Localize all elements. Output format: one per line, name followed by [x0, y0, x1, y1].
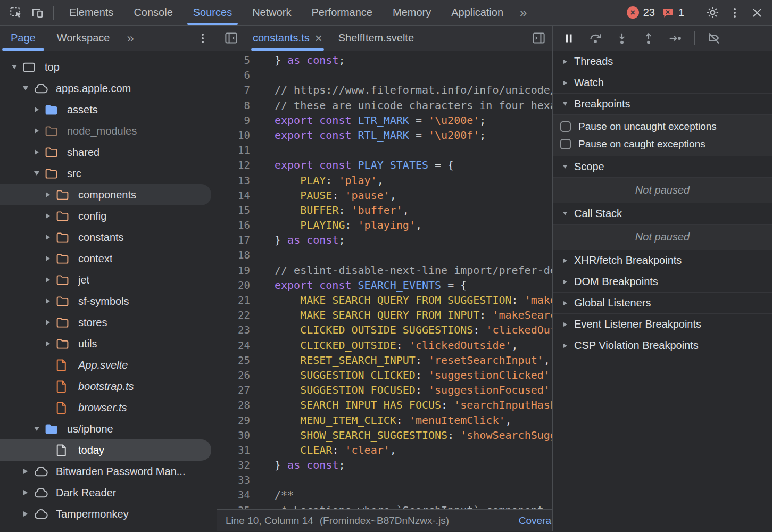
line-number[interactable]: 5	[217, 53, 255, 68]
line-number[interactable]: 27	[217, 383, 255, 397]
chevron-right-icon[interactable]	[42, 320, 54, 325]
tree-item-browser-ts[interactable]: browser.ts	[0, 397, 217, 418]
step-over-icon[interactable]	[588, 31, 603, 46]
section-scope[interactable]: Scope	[553, 156, 772, 178]
section-event-listener-breakpoints[interactable]: Event Listener Breakpoints	[553, 314, 772, 335]
pause-script-icon[interactable]	[561, 31, 576, 46]
tree-item-jet[interactable]: jet	[0, 269, 217, 290]
line-number[interactable]: 28	[217, 397, 255, 412]
main-tab-application[interactable]: Application	[441, 0, 513, 25]
option-pause-on-uncaught-exceptions[interactable]: Pause on uncaught exceptions	[553, 118, 772, 135]
line-number[interactable]: 16	[217, 218, 255, 232]
chevron-right-icon[interactable]	[42, 277, 54, 282]
chevron-down-icon[interactable]	[9, 65, 20, 69]
line-number[interactable]: 8	[217, 98, 255, 113]
navigator-tab-workspace[interactable]: Workspace	[46, 26, 121, 51]
chevron-down-icon[interactable]	[20, 86, 31, 90]
chevron-right-icon[interactable]	[42, 213, 54, 219]
line-number[interactable]: 34	[217, 487, 255, 502]
line-number[interactable]: 14	[217, 188, 255, 203]
code-editor[interactable]: 5} as const;67// https://www.fileformat.…	[217, 51, 552, 509]
chevron-right-icon[interactable]	[42, 298, 54, 304]
line-number[interactable]: 7	[217, 82, 255, 97]
main-tab-performance[interactable]: Performance	[302, 0, 383, 25]
step-icon[interactable]	[668, 31, 683, 46]
chevron-right-icon[interactable]	[20, 490, 31, 495]
close-tab-icon[interactable]: ×	[315, 32, 322, 45]
section-call-stack[interactable]: Call Stack	[553, 203, 772, 225]
line-number[interactable]: 10	[217, 128, 255, 143]
errors-badge[interactable]: × 23	[627, 6, 655, 19]
tree-item-bootstrap-ts[interactable]: bootstrap.ts	[0, 376, 217, 397]
chevron-right-icon[interactable]	[42, 341, 54, 346]
coverage-link[interactable]: Covera	[519, 515, 552, 527]
chevron-right-icon[interactable]	[31, 128, 43, 134]
line-number[interactable]: 22	[217, 307, 255, 322]
main-tab-sources[interactable]: Sources	[183, 0, 242, 25]
line-number[interactable]: 35	[217, 503, 255, 509]
tree-item-utils[interactable]: utils	[0, 333, 217, 354]
tree-item-shared[interactable]: shared	[0, 142, 217, 163]
line-number[interactable]: 29	[217, 413, 255, 428]
main-tab-console[interactable]: Console	[123, 0, 182, 25]
section-breakpoints[interactable]: Breakpoints	[553, 94, 772, 115]
tree-item-top[interactable]: top	[0, 56, 217, 78]
tree-item-app-svelte[interactable]: App.svelte	[0, 354, 217, 376]
tree-item-sf-symbols[interactable]: sf-symbols	[0, 290, 217, 312]
inspect-element-icon[interactable]	[7, 4, 24, 21]
checkbox-unchecked[interactable]	[560, 139, 571, 149]
show-debugger-sidebar-icon[interactable]	[530, 30, 546, 46]
chevron-right-icon[interactable]	[20, 511, 31, 517]
chevron-right-icon[interactable]	[42, 235, 54, 240]
main-tab-network[interactable]: Network	[242, 0, 301, 25]
section-threads[interactable]: Threads	[553, 51, 772, 72]
section-csp-violation-breakpoints[interactable]: CSP Violation Breakpoints	[553, 335, 772, 356]
step-into-icon[interactable]	[615, 31, 629, 46]
line-number[interactable]: 18	[217, 247, 255, 262]
step-out-icon[interactable]	[641, 31, 656, 46]
chevron-right-icon[interactable]	[20, 469, 31, 474]
line-number[interactable]: 15	[217, 203, 255, 218]
navigator-more-options-icon[interactable]	[194, 30, 211, 47]
deactivate-breakpoints-icon[interactable]	[707, 31, 721, 46]
editor-tab-shelfitem-svelte[interactable]: ShelfItem.svelte	[330, 26, 422, 51]
line-number[interactable]: 20	[217, 278, 255, 293]
checkbox-unchecked[interactable]	[560, 121, 571, 132]
section-watch[interactable]: Watch	[553, 72, 772, 94]
line-number[interactable]: 19	[217, 263, 255, 278]
settings-gear-icon[interactable]	[704, 4, 721, 21]
line-number[interactable]: 30	[217, 428, 255, 443]
line-number[interactable]: 25	[217, 353, 255, 368]
line-number[interactable]: 31	[217, 443, 255, 458]
line-number[interactable]: 6	[217, 68, 255, 82]
line-number[interactable]: 12	[217, 157, 255, 172]
line-number[interactable]: 17	[217, 232, 255, 247]
more-options-icon[interactable]	[726, 4, 743, 21]
chevron-down-icon[interactable]	[31, 171, 43, 176]
tree-item-constants[interactable]: constants	[0, 227, 217, 248]
main-tab-elements[interactable]: Elements	[59, 0, 123, 25]
section-global-listeners[interactable]: Global Listeners	[553, 293, 772, 314]
chevron-right-icon[interactable]	[42, 256, 54, 261]
chevron-right-icon[interactable]	[31, 149, 43, 155]
section-xhr-fetch-breakpoints[interactable]: XHR/fetch Breakpoints	[553, 250, 772, 271]
more-panels-chevron[interactable]: »	[513, 5, 533, 20]
chevron-right-icon[interactable]	[42, 192, 54, 197]
line-number[interactable]: 24	[217, 338, 255, 353]
tree-item-context[interactable]: context	[0, 248, 217, 269]
chevron-right-icon[interactable]	[31, 107, 43, 112]
tree-item-components[interactable]: components	[0, 184, 211, 205]
tree-item-bitwarden-password-man[interactable]: Bitwarden Password Man...	[0, 461, 217, 482]
main-tab-memory[interactable]: Memory	[383, 0, 441, 25]
editor-tab-constants-ts[interactable]: constants.ts×	[245, 26, 330, 51]
line-number[interactable]: 9	[217, 113, 255, 128]
issues-badge[interactable]: 1	[661, 6, 684, 19]
more-navigator-tabs-chevron[interactable]: »	[120, 31, 140, 46]
line-number[interactable]: 21	[217, 293, 255, 307]
line-number[interactable]: 13	[217, 173, 255, 188]
tree-item-tampermonkey[interactable]: Tampermonkey	[0, 503, 217, 525]
tree-item-apps-apple-com[interactable]: apps.apple.com	[0, 78, 217, 99]
chevron-down-icon[interactable]	[31, 427, 43, 431]
line-number[interactable]: 26	[217, 368, 255, 383]
tree-item-us-iphone[interactable]: us/iphone	[0, 418, 217, 439]
